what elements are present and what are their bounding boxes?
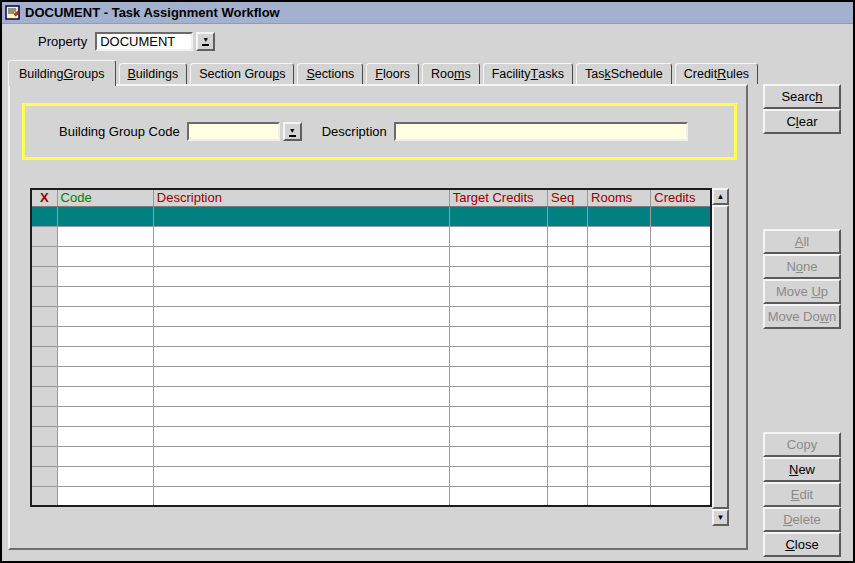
tab-sections[interactable]: Sections: [297, 63, 363, 84]
grid-row[interactable]: [31, 326, 711, 346]
grid-cell[interactable]: [449, 246, 547, 266]
grid-cell[interactable]: [31, 306, 57, 326]
grid-cell[interactable]: [153, 346, 449, 366]
grid-cell[interactable]: [31, 466, 57, 486]
grid-row[interactable]: [31, 366, 711, 386]
all-button[interactable]: All: [763, 229, 841, 254]
grid-cell[interactable]: [153, 326, 449, 346]
grid-cell[interactable]: [449, 226, 547, 246]
grid-cell[interactable]: [31, 486, 57, 506]
building-group-code-dropdown-button[interactable]: ▼: [283, 122, 302, 141]
scrollbar-thumb[interactable]: [712, 205, 729, 509]
grid-cell[interactable]: [651, 346, 711, 366]
move-down-button[interactable]: Move Down: [763, 304, 841, 329]
grid-cell[interactable]: [588, 266, 651, 286]
grid-cell[interactable]: [31, 286, 57, 306]
grid-cell[interactable]: [31, 366, 57, 386]
grid-cell[interactable]: [57, 326, 153, 346]
grid-row[interactable]: [31, 406, 711, 426]
grid-cell[interactable]: [588, 366, 651, 386]
grid-cell[interactable]: [547, 386, 587, 406]
clear-button[interactable]: Clear: [763, 109, 841, 134]
grid-cell[interactable]: [651, 406, 711, 426]
grid-cell[interactable]: [449, 286, 547, 306]
grid-cell[interactable]: [547, 326, 587, 346]
grid-cell[interactable]: [588, 286, 651, 306]
grid-cell[interactable]: [57, 266, 153, 286]
column-header-x[interactable]: X: [31, 189, 57, 206]
grid-cell[interactable]: [57, 206, 153, 226]
grid-cell[interactable]: [31, 246, 57, 266]
grid-cell[interactable]: [547, 446, 587, 466]
grid-cell[interactable]: [547, 346, 587, 366]
description-input[interactable]: [394, 122, 688, 141]
grid-cell[interactable]: [547, 206, 587, 226]
grid-cell[interactable]: [153, 426, 449, 446]
grid-cell[interactable]: [31, 326, 57, 346]
grid-cell[interactable]: [449, 386, 547, 406]
grid-cell[interactable]: [588, 406, 651, 426]
grid-cell[interactable]: [547, 226, 587, 246]
column-header-seq[interactable]: Seq: [547, 189, 587, 206]
grid-cell[interactable]: [153, 306, 449, 326]
grid-cell[interactable]: [449, 406, 547, 426]
grid-row[interactable]: [31, 486, 711, 506]
grid-cell[interactable]: [31, 206, 57, 226]
grid-row[interactable]: [31, 266, 711, 286]
grid-cell[interactable]: [31, 386, 57, 406]
grid-cell[interactable]: [57, 446, 153, 466]
grid-cell[interactable]: [651, 226, 711, 246]
grid-cell[interactable]: [449, 466, 547, 486]
grid-cell[interactable]: [547, 266, 587, 286]
grid-cell[interactable]: [547, 246, 587, 266]
grid-cell[interactable]: [57, 406, 153, 426]
grid-cell[interactable]: [651, 426, 711, 446]
tab-floors[interactable]: Floors: [366, 63, 419, 84]
grid-cell[interactable]: [57, 286, 153, 306]
delete-button[interactable]: Delete: [763, 507, 841, 532]
grid-cell[interactable]: [153, 366, 449, 386]
grid-cell[interactable]: [588, 486, 651, 506]
grid-row[interactable]: [31, 386, 711, 406]
grid-cell[interactable]: [57, 466, 153, 486]
grid-cell[interactable]: [547, 466, 587, 486]
grid-cell[interactable]: [449, 326, 547, 346]
grid-cell[interactable]: [153, 246, 449, 266]
grid-cell[interactable]: [588, 426, 651, 446]
grid-cell[interactable]: [651, 446, 711, 466]
grid-cell[interactable]: [588, 326, 651, 346]
grid-cell[interactable]: [588, 386, 651, 406]
column-header-code[interactable]: Code: [57, 189, 153, 206]
grid-cell[interactable]: [449, 206, 547, 226]
building-group-code-input[interactable]: [187, 122, 280, 141]
grid-cell[interactable]: [651, 306, 711, 326]
grid-cell[interactable]: [449, 266, 547, 286]
grid-cell[interactable]: [31, 446, 57, 466]
tab-task-schedule[interactable]: Task Schedule: [576, 63, 672, 84]
column-header-target-credits[interactable]: Target Credits: [449, 189, 547, 206]
grid-cell[interactable]: [31, 346, 57, 366]
grid-cell[interactable]: [588, 346, 651, 366]
grid-cell[interactable]: [588, 446, 651, 466]
grid-cell[interactable]: [588, 306, 651, 326]
tab-rooms[interactable]: Rooms: [422, 63, 480, 84]
grid-cell[interactable]: [651, 386, 711, 406]
grid-cell[interactable]: [449, 346, 547, 366]
move-up-button[interactable]: Move Up: [763, 279, 841, 304]
grid-cell[interactable]: [153, 386, 449, 406]
grid-cell[interactable]: [651, 266, 711, 286]
grid-cell[interactable]: [57, 366, 153, 386]
grid-cell[interactable]: [651, 286, 711, 306]
grid-cell[interactable]: [449, 446, 547, 466]
grid-cell[interactable]: [588, 226, 651, 246]
grid-cell[interactable]: [449, 426, 547, 446]
grid-cell[interactable]: [588, 206, 651, 226]
grid-cell[interactable]: [153, 206, 449, 226]
grid-cell[interactable]: [57, 486, 153, 506]
grid-cell[interactable]: [651, 206, 711, 226]
grid-row[interactable]: [31, 466, 711, 486]
grid-cell[interactable]: [31, 426, 57, 446]
edit-button[interactable]: Edit: [763, 482, 841, 507]
column-header-rooms[interactable]: Rooms: [588, 189, 651, 206]
grid-cell[interactable]: [153, 486, 449, 506]
